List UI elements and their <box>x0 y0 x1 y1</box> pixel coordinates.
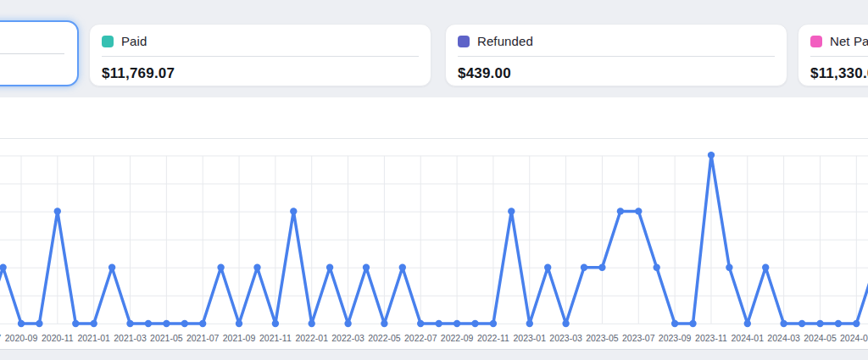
x-axis-tick-label: 2021-11 <box>259 333 292 343</box>
data-point-marker[interactable] <box>835 320 842 327</box>
data-point-marker[interactable] <box>654 264 660 271</box>
x-axis-tick-label: 2022-07 <box>404 333 437 343</box>
data-point-marker[interactable] <box>309 320 315 327</box>
card-label: Net Payment <box>830 34 868 48</box>
data-point-marker[interactable] <box>181 320 188 327</box>
card-value: $11,330.07 <box>798 57 868 82</box>
data-point-marker[interactable] <box>562 320 569 327</box>
data-point-marker[interactable] <box>344 320 351 327</box>
x-axis-tick-label: 2023-05 <box>586 333 619 343</box>
metric-card-selected[interactable] <box>0 20 79 86</box>
metric-card-net-payment[interactable]: Net Payment $11,330.07 <box>798 24 868 86</box>
card-value: $11,769.07 <box>90 57 431 82</box>
payments-line-chart: 2020-072020-092020-112021-012021-032021-… <box>0 97 868 350</box>
card-divider <box>0 53 64 54</box>
data-point-marker[interactable] <box>217 264 224 271</box>
x-axis-tick-label: 2022-09 <box>441 333 474 343</box>
data-point-marker[interactable] <box>199 320 206 327</box>
data-point-marker[interactable] <box>598 264 605 271</box>
x-axis-tick-label: 2021-07 <box>186 333 220 343</box>
data-point-marker[interactable] <box>18 320 25 327</box>
data-point-marker[interactable] <box>635 208 642 214</box>
data-point-marker[interactable] <box>726 264 732 271</box>
data-point-marker[interactable] <box>453 320 460 327</box>
data-point-marker[interactable] <box>689 320 696 327</box>
data-point-marker[interactable] <box>381 320 387 327</box>
data-point-marker[interactable] <box>399 264 406 271</box>
metric-card-paid[interactable]: Paid $11,769.07 <box>89 24 431 86</box>
card-value: $439.00 <box>446 57 787 82</box>
data-point-marker[interactable] <box>126 320 133 327</box>
card-header: Refunded <box>446 25 787 56</box>
data-point-marker[interactable] <box>816 320 823 327</box>
data-point-marker[interactable] <box>471 320 478 327</box>
x-axis-tick-label: 2021-09 <box>223 333 256 343</box>
paid-series-swatch-icon <box>102 36 114 47</box>
data-point-marker[interactable] <box>708 152 715 158</box>
x-axis-tick-label: 2022-03 <box>331 333 364 343</box>
data-point-marker[interactable] <box>145 320 152 327</box>
data-point-marker[interactable] <box>236 320 242 327</box>
card-header: Net Payment <box>798 25 868 56</box>
data-point-marker[interactable] <box>163 320 170 327</box>
x-axis-tick-label: 2024-05 <box>804 333 837 343</box>
data-point-marker[interactable] <box>762 264 769 271</box>
data-point-marker[interactable] <box>290 208 297 214</box>
x-axis-tick-label: 2020-07 <box>0 333 2 343</box>
data-point-marker[interactable] <box>544 264 551 271</box>
chart-panel: 2020-072020-092020-112021-012021-032021-… <box>0 97 868 350</box>
x-axis-tick-label: 2022-11 <box>477 333 509 343</box>
x-axis-tick-label: 2021-03 <box>114 333 147 343</box>
data-point-marker[interactable] <box>581 264 587 271</box>
data-point-marker[interactable] <box>508 208 515 214</box>
x-axis-tick-label: 2020-09 <box>5 333 38 343</box>
data-point-marker[interactable] <box>326 264 333 271</box>
data-point-marker[interactable] <box>72 320 79 327</box>
data-point-marker[interactable] <box>780 320 787 327</box>
data-point-marker[interactable] <box>91 320 97 327</box>
data-point-marker[interactable] <box>54 208 61 214</box>
data-point-marker[interactable] <box>436 320 442 327</box>
card-header: Paid <box>90 25 431 56</box>
data-point-marker[interactable] <box>0 264 7 271</box>
x-axis-tick-label: 2023-03 <box>549 333 582 343</box>
x-axis-tick-label: 2024-01 <box>732 333 765 343</box>
x-axis-tick-label: 2024-03 <box>767 333 800 343</box>
card-label: Paid <box>121 34 147 48</box>
data-point-marker[interactable] <box>526 320 533 327</box>
x-axis-tick-label: 2023-11 <box>695 333 727 343</box>
data-point-marker[interactable] <box>363 264 370 271</box>
x-axis-tick-label: 2024-07 <box>840 333 868 343</box>
x-axis-tick-label: 2021-01 <box>77 333 110 343</box>
refunded-series-swatch-icon <box>458 36 470 47</box>
data-point-marker[interactable] <box>617 208 624 214</box>
x-axis-tick-label: 2023-09 <box>659 333 692 343</box>
data-point-marker[interactable] <box>490 320 497 327</box>
x-axis-tick-label: 2023-07 <box>622 333 655 343</box>
data-point-marker[interactable] <box>671 320 678 327</box>
card-label: Refunded <box>477 34 533 48</box>
data-point-marker[interactable] <box>417 320 424 327</box>
x-axis-tick-label: 2022-01 <box>295 333 328 343</box>
net-payment-series-swatch-icon <box>810 36 822 47</box>
data-point-marker[interactable] <box>108 264 115 271</box>
x-axis-tick-label: 2020-11 <box>42 333 74 343</box>
x-axis-tick-label: 2021-05 <box>150 333 183 343</box>
data-point-marker[interactable] <box>272 320 279 327</box>
data-point-marker[interactable] <box>853 320 860 327</box>
data-point-marker[interactable] <box>798 320 805 327</box>
x-axis-tick-label: 2023-01 <box>513 333 546 343</box>
data-point-marker[interactable] <box>253 264 260 271</box>
data-point-marker[interactable] <box>744 320 751 327</box>
metric-card-refunded[interactable]: Refunded $439.00 <box>445 24 787 86</box>
data-point-marker[interactable] <box>36 320 42 327</box>
x-axis-tick-label: 2022-05 <box>368 333 401 343</box>
